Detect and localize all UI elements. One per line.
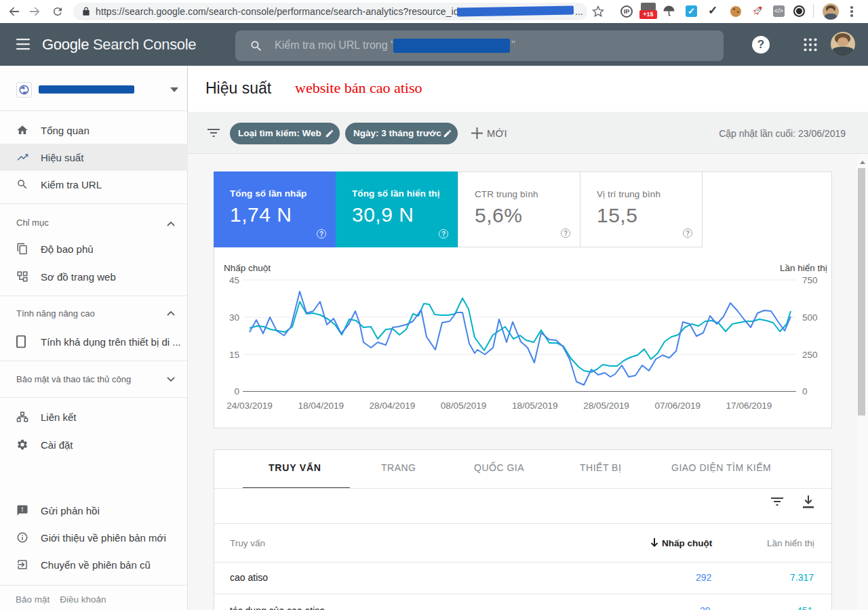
svg-text:15: 15	[229, 350, 239, 360]
svg-text:07/06/2019: 07/06/2019	[654, 401, 701, 411]
svg-text:28/04/2019: 28/04/2019	[370, 401, 416, 411]
svg-text:250: 250	[802, 350, 818, 360]
svg-text:750: 750	[802, 275, 818, 285]
svg-text:500: 500	[802, 312, 818, 323]
svg-text:17/06/2019: 17/06/2019	[726, 401, 772, 411]
svg-text:08/05/2019: 08/05/2019	[441, 401, 487, 411]
svg-text:30: 30	[229, 312, 239, 323]
svg-text:28/05/2019: 28/05/2019	[583, 401, 629, 411]
svg-text:18/05/2019: 18/05/2019	[512, 401, 558, 411]
svg-text:24/03/2019: 24/03/2019	[226, 401, 273, 411]
svg-text:0: 0	[234, 386, 239, 396]
svg-text:45: 45	[229, 275, 239, 285]
svg-text:0: 0	[802, 386, 808, 396]
svg-text:18/04/2019: 18/04/2019	[298, 401, 344, 411]
